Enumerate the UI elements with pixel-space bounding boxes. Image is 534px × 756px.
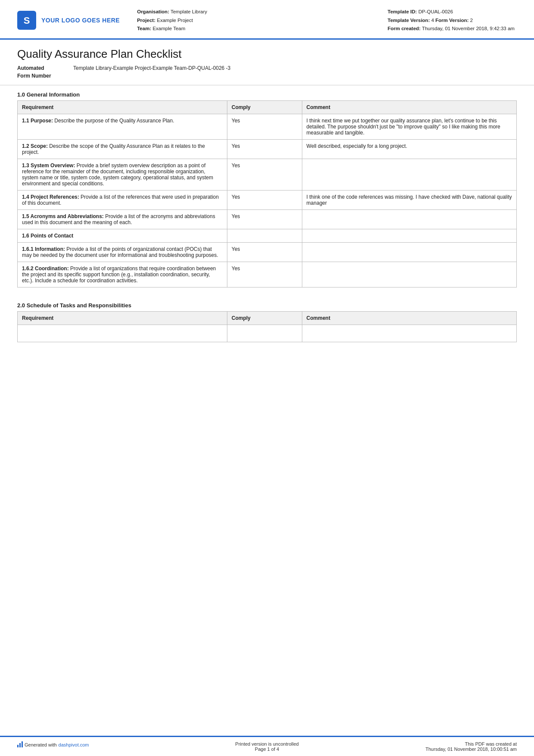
col-comment-header: Comment (302, 100, 516, 114)
footer-center: Printed version is uncontrolled Page 1 o… (184, 741, 351, 752)
form-created-value: Thursday, 01 November 2018, 9:42:33 am (422, 26, 515, 31)
table-row: 1.6 Points of Contact (18, 229, 517, 242)
title-section: Quality Assurance Plan Checklist Automat… (0, 40, 534, 85)
generated-text: Generated with (25, 742, 57, 747)
col-req-header: Requirement (18, 100, 227, 114)
table-row: 1.1 Purpose: Describe the purpose of the… (18, 114, 517, 139)
header-meta-center: Organisation: Template Library Project: … (120, 8, 388, 33)
table-row (18, 325, 517, 342)
section1-heading: 1.0 General Information (0, 85, 534, 100)
project-row: Project: Example Project (137, 16, 388, 25)
form-number-label: AutomatedForm Number (17, 64, 73, 80)
form-number-row: AutomatedForm Number Template Library-Ex… (17, 64, 517, 80)
table-row: 1.6.2 Coordination: Provide a list of or… (18, 262, 517, 287)
template-id-value: DP-QUAL-0026 (418, 9, 453, 14)
form-created-label: Form created: (388, 26, 421, 31)
template-version-label: Template Version: (388, 18, 430, 23)
footer-page: Page 1 of 4 (184, 747, 351, 752)
footer-pdf-created: This PDF was created at (350, 741, 517, 747)
form-number-value: Template Library-Example Project-Example… (73, 64, 230, 72)
header: S YOUR LOGO GOES HERE Organisation: Temp… (0, 0, 534, 40)
template-version-row: Template Version: 4 Form Version: 2 (388, 16, 517, 25)
org-row: Organisation: Template Library (137, 8, 388, 16)
project-label: Project: (137, 18, 155, 23)
table-row: 1.4 Project References: Provide a list o… (18, 190, 517, 209)
table-row: 1.3 System Overview: Provide a brief sys… (18, 159, 517, 190)
footer: Generated with dashpivot.com Printed ver… (0, 736, 534, 756)
footer-uncontrolled: Printed version is uncontrolled (184, 741, 351, 747)
org-value: Template Library (171, 9, 207, 14)
header-meta-right: Template ID: DP-QUAL-0026 Template Versi… (388, 8, 517, 33)
table-row: 1.5 Acronyms and Abbreviations: Provide … (18, 209, 517, 229)
dashpivot-logo: Generated with dashpivot.com (17, 741, 89, 748)
template-id-label: Template ID: (388, 9, 417, 14)
form-version-label: Form Version: (435, 18, 470, 23)
team-label: Team: (137, 26, 151, 31)
template-version-value: 4 (431, 18, 434, 23)
col-comply-header: Comply (227, 100, 302, 114)
form-created-row: Form created: Thursday, 01 November 2018… (388, 25, 517, 33)
doc-title: Quality Assurance Plan Checklist (17, 47, 517, 61)
footer-pdf-date: Thursday, 01 November 2018, 10:00:51 am (350, 747, 517, 752)
team-value: Example Team (152, 26, 185, 31)
s2-col-req-header: Requirement (18, 311, 227, 325)
table-row: 1.2 Scope: Describe the scope of the Qua… (18, 139, 517, 159)
svg-text:S: S (24, 15, 30, 26)
footer-right: This PDF was created at Thursday, 01 Nov… (350, 741, 517, 752)
form-version-value: 2 (470, 18, 473, 23)
section2-table: Requirement Comply Comment (17, 311, 517, 342)
team-row: Team: Example Team (137, 25, 388, 33)
table-row: 1.6.1 Information: Provide a list of the… (18, 242, 517, 262)
dashpivot-link[interactable]: dashpivot.com (59, 742, 89, 747)
bar-chart-icon (17, 741, 23, 748)
footer-left: Generated with dashpivot.com (17, 741, 184, 748)
section2-heading: 2.0 Schedule of Tasks and Responsibiliti… (0, 296, 534, 311)
project-value: Example Project (157, 18, 193, 23)
org-label: Organisation: (137, 9, 169, 14)
template-id-row: Template ID: DP-QUAL-0026 (388, 8, 517, 16)
s2-col-comply-header: Comply (227, 311, 302, 325)
s2-col-comment-header: Comment (302, 311, 516, 325)
logo-text: YOUR LOGO GOES HERE (41, 17, 120, 24)
section1-table: Requirement Comply Comment 1.1 Purpose: … (17, 100, 517, 287)
logo-icon: S (17, 11, 36, 30)
logo-section: S YOUR LOGO GOES HERE (17, 8, 120, 33)
